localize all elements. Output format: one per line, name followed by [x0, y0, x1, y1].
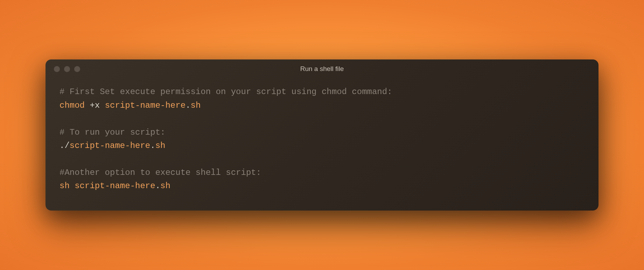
code-line: chmod +x script-name-here.sh	[59, 99, 584, 112]
minimize-icon[interactable]	[64, 66, 70, 72]
code-snippet[interactable]: # First Set execute permission on your s…	[46, 78, 598, 210]
code-token: .	[186, 101, 190, 110]
code-token: # First Set execute permission on your s…	[59, 87, 392, 97]
code-token: script-name-here	[105, 101, 186, 110]
window-controls	[54, 66, 80, 72]
maximize-icon[interactable]	[74, 66, 80, 72]
code-token: x	[95, 101, 105, 110]
code-line	[59, 112, 584, 126]
code-token: #Another option to execute shell script:	[59, 168, 261, 177]
code-token: script-name-here	[75, 181, 155, 191]
code-line: sh script-name-here.sh	[59, 179, 584, 193]
terminal-window: Run a shell file # First Set execute per…	[46, 59, 598, 210]
code-token: .	[150, 141, 155, 150]
code-token: +	[90, 101, 94, 110]
code-token: .	[155, 181, 160, 191]
code-token: ./	[59, 141, 70, 150]
close-icon[interactable]	[54, 66, 60, 72]
code-token: script-name-here	[70, 141, 150, 150]
code-line: # To run your script:	[59, 126, 584, 139]
code-line: #Another option to execute shell script:	[59, 166, 584, 179]
code-token: sh	[190, 101, 201, 110]
code-token: sh	[155, 141, 166, 150]
code-token: # To run your script:	[59, 128, 165, 137]
code-line	[59, 152, 584, 166]
code-token: sh	[59, 181, 75, 191]
window-title: Run a shell file	[46, 65, 598, 73]
code-token: sh	[160, 181, 170, 191]
code-line: # First Set execute permission on your s…	[59, 85, 584, 99]
code-token: chmod	[59, 101, 90, 110]
window-titlebar: Run a shell file	[46, 59, 598, 78]
code-line: ./script-name-here.sh	[59, 139, 584, 152]
